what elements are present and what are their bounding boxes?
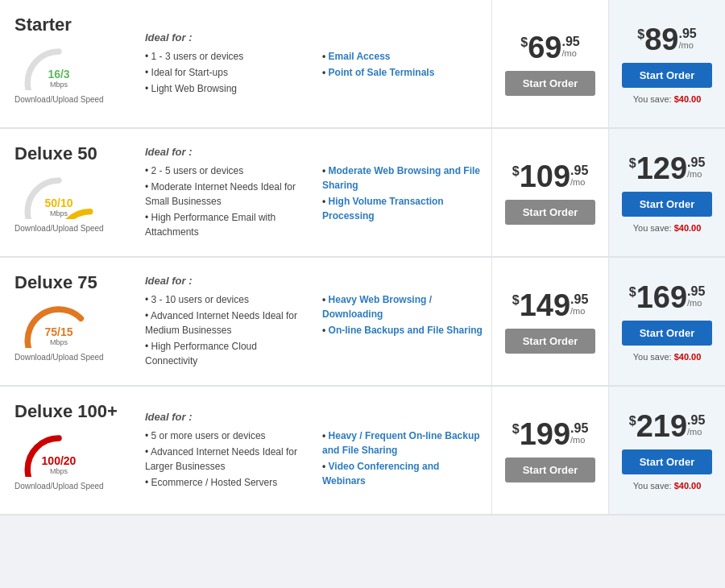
feature-col-right-1: Moderate Web Browsing and File SharingHi… [322, 163, 483, 240]
price-mo-1-1: /mo [570, 177, 588, 187]
start-order-blue-btn-2[interactable]: Start Order [622, 321, 713, 346]
price-cents-2-1: .95 [687, 156, 705, 169]
plan-row-0: Starter 16/3 Mbps Download/Upload Speed [0, 0, 725, 129]
ideal-for-title-2: Ideal for : [145, 275, 483, 287]
price-mo-1-2: /mo [570, 306, 588, 316]
gauge-mbps-0: Mbps [48, 81, 69, 89]
plan-left-1: Deluxe 50 50/10 Mbps Download/Upload Spe… [0, 129, 129, 256]
speed-label-3: Download/Upload Speed [14, 482, 104, 491]
plan-name-0: Starter [14, 14, 72, 35]
gauge-label-1: 50/10 Mbps [44, 197, 72, 217]
price-display-2-0: $ 89 .95 /mo [637, 24, 696, 55]
pricing-cell-1-2: $ 149 .95 /mo Start Order [491, 258, 608, 385]
price-cents-1-1: .95 [570, 164, 588, 177]
feature-right-2-0: Heavy Web Browsing / Downloading [322, 292, 483, 322]
price-display-2-1: $ 129 .95 /mo [629, 153, 706, 184]
start-order-gray-btn-1[interactable]: Start Order [505, 200, 596, 225]
start-order-blue-btn-0[interactable]: Start Order [622, 63, 713, 88]
feature-col-right-2: Heavy Web Browsing / DownloadingOn-line … [322, 292, 483, 369]
price-dollar-2-0: $ [637, 27, 644, 42]
price-cents-2-2: .95 [687, 285, 705, 298]
feature-left-0-1: Ideal for Start-ups [145, 64, 306, 81]
feature-col-right-0: Email AccessPoint of Sale Terminals [322, 48, 483, 97]
price-cents-2-0: .95 [678, 27, 696, 40]
price-main-2-1: 129 [636, 153, 687, 184]
you-save-2: You save: $40.00 [633, 352, 702, 362]
plan-row-1: Deluxe 50 50/10 Mbps Download/Upload Spe… [0, 129, 725, 258]
gauge-label-0: 16/3 Mbps [48, 68, 69, 89]
feature-right-0-0: Email Access [322, 48, 483, 64]
gauge-mbps-1: Mbps [44, 209, 72, 217]
price-display-1-0: $ 69 .95 /mo [520, 32, 579, 63]
feature-left-0-2: Light Web Browsing [145, 81, 306, 97]
features-columns-3: 5 or more users or devicesAdvanced Inter… [145, 428, 483, 491]
feature-left-1-1: Moderate Internet Needs Ideal for Small … [145, 179, 306, 209]
start-order-gray-btn-2[interactable]: Start Order [505, 329, 596, 354]
price-dollar-2-1: $ [629, 156, 636, 171]
price-dollar-1-0: $ [520, 35, 528, 50]
ideal-for-title-1: Ideal for : [145, 146, 483, 158]
save-amount-0: $40.00 [674, 94, 702, 104]
plans-container: Starter 16/3 Mbps Download/Upload Speed [0, 0, 725, 516]
start-order-blue-btn-1[interactable]: Start Order [622, 192, 713, 217]
price-main-2-2: 169 [636, 282, 687, 313]
price-cents-mo-2-1: .95 /mo [687, 156, 705, 179]
start-order-gray-btn-0[interactable]: Start Order [505, 71, 596, 96]
start-order-gray-btn-3[interactable]: Start Order [505, 458, 596, 482]
price-dollar-1-3: $ [512, 422, 520, 437]
price-display-1-2: $ 149 .95 /mo [512, 290, 589, 321]
plan-row-2: Deluxe 75 75/15 Mbps Download/Upload Spe… [0, 258, 725, 387]
price-mo-2-0: /mo [678, 40, 696, 50]
save-amount-3: $40.00 [674, 481, 702, 491]
plan-name-2: Deluxe 75 [14, 272, 97, 293]
feature-right-3-1: Video Conferencing and Webinars [322, 458, 483, 489]
gauge-3: 100/20 Mbps [14, 429, 103, 477]
feature-left-2-1: Advanced Internet Needs Ideal for Medium… [145, 308, 306, 338]
plan-left-3: Deluxe 100+ 100/20 Mbps Download/Upload … [0, 387, 129, 514]
feature-left-3-1: Advanced Internet Needs Ideal for Larger… [145, 444, 306, 474]
price-cents-mo-1-1: .95 /mo [570, 164, 588, 187]
plan-name-1: Deluxe 50 [14, 143, 97, 164]
features-columns-2: 3 - 10 users or devicesAdvanced Internet… [145, 292, 483, 369]
price-mo-1-0: /mo [561, 48, 579, 58]
feature-left-2-0: 3 - 10 users or devices [145, 292, 306, 308]
ideal-for-title-3: Ideal for : [145, 411, 483, 423]
feature-left-3-2: Ecommerce / Hosted Servers [145, 474, 306, 491]
feature-col-left-3: 5 or more users or devicesAdvanced Inter… [145, 428, 306, 491]
pricing-cell-2-3: $ 219 .95 /mo Start Order You save: $40.… [608, 387, 725, 514]
price-cents-mo-1-3: .95 /mo [570, 422, 588, 445]
feature-col-left-0: 1 - 3 users or devicesIdeal for Start-up… [145, 48, 306, 97]
feature-col-left-1: 2 - 5 users or devicesModerate Internet … [145, 163, 306, 240]
feature-right-2-1: On-line Backups and File Sharing [322, 322, 483, 338]
price-cents-1-0: .95 [561, 35, 579, 48]
price-main-2-0: 89 [644, 24, 678, 55]
price-mo-2-1: /mo [687, 169, 705, 179]
price-cents-mo-2-2: .95 /mo [687, 285, 705, 308]
gauge-1: 50/10 Mbps [14, 171, 103, 219]
price-dollar-1-1: $ [512, 164, 520, 179]
start-order-blue-btn-3[interactable]: Start Order [622, 449, 713, 474]
feature-left-1-2: High Performance Email with Attachments [145, 209, 306, 240]
plan-row-3: Deluxe 100+ 100/20 Mbps Download/Upload … [0, 387, 725, 516]
plan-details-2: Ideal for : 3 - 10 users or devicesAdvan… [129, 258, 491, 385]
plan-details-0: Ideal for : 1 - 3 users or devicesIdeal … [129, 0, 491, 127]
gauge-mbps-3: Mbps [42, 467, 77, 475]
price-cents-mo-1-0: .95 /mo [561, 35, 579, 58]
price-dollar-2-2: $ [629, 285, 636, 300]
save-amount-1: $40.00 [674, 223, 702, 233]
speed-label-1: Download/Upload Speed [14, 224, 104, 233]
plan-details-3: Ideal for : 5 or more users or devicesAd… [129, 387, 491, 514]
price-main-1-3: 199 [520, 419, 570, 449]
feature-left-2-2: High Performance Cloud Connectivity [145, 338, 306, 369]
price-main-1-2: 149 [520, 290, 570, 321]
price-display-2-2: $ 169 .95 /mo [629, 282, 706, 313]
gauge-label-3: 100/20 Mbps [42, 454, 77, 475]
gauge-label-2: 75/15 Mbps [44, 325, 72, 346]
price-dollar-1-2: $ [512, 293, 520, 308]
price-display-1-1: $ 109 .95 /mo [512, 161, 589, 192]
price-cents-1-3: .95 [570, 422, 588, 435]
speed-label-2: Download/Upload Speed [14, 353, 104, 362]
pricing-cell-2-2: $ 169 .95 /mo Start Order You save: $40.… [608, 258, 725, 385]
features-columns-0: 1 - 3 users or devicesIdeal for Start-up… [145, 48, 483, 97]
feature-right-3-0: Heavy / Frequent On-line Backup and File… [322, 428, 483, 458]
